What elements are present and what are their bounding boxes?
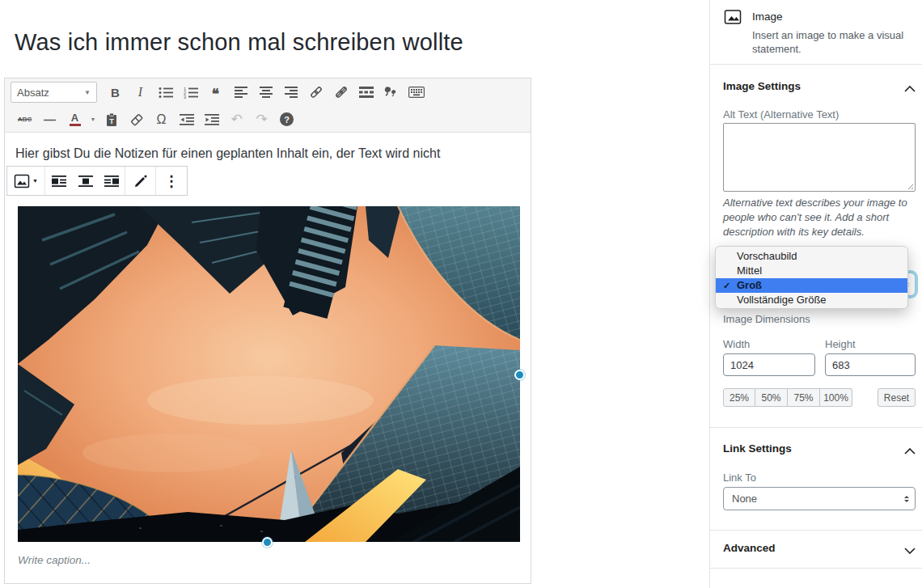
blockquote-button[interactable]: ❝: [203, 82, 228, 103]
toolbar-toggle-button[interactable]: [404, 82, 429, 103]
divider: [710, 568, 922, 569]
image-card-icon: [723, 7, 742, 29]
note-paragraph[interactable]: Hier gibst Du die Notizen für einen gepl…: [15, 146, 440, 161]
size-option-thumbnail[interactable]: Vorschaubild: [716, 249, 907, 264]
indent-button[interactable]: [199, 109, 224, 130]
bold-button[interactable]: B: [103, 82, 128, 103]
link-to-select[interactable]: None: [723, 487, 916, 510]
resize-handle-right[interactable]: [514, 370, 525, 380]
chevron-up-icon[interactable]: [904, 445, 916, 457]
align-right-button[interactable]: [278, 82, 303, 103]
caret-down-icon: ▼: [91, 116, 96, 122]
editor-column: Was ich immer schon mal schreiben wollte…: [0, 0, 709, 588]
divider: [710, 530, 922, 531]
caret-down-icon: ▼: [32, 178, 38, 184]
divider: [710, 64, 922, 65]
image-align-left-button[interactable]: [45, 167, 72, 195]
svg-text:3: 3: [184, 94, 186, 98]
image-block-photo[interactable]: [18, 206, 520, 542]
check-icon: ✓: [723, 278, 734, 293]
bulleted-list-button[interactable]: [153, 82, 178, 103]
block-type-button[interactable]: ▼: [7, 167, 45, 195]
quotation-marks-button[interactable]: [379, 82, 404, 103]
image-dimensions-label: Image Dimensions: [723, 313, 810, 325]
special-character-button[interactable]: Ω: [149, 109, 174, 130]
alt-text-label: Alt Text (Alternative Text): [723, 108, 839, 121]
image-settings-header[interactable]: Image Settings: [723, 80, 801, 92]
more-options-button[interactable]: ⋮: [156, 167, 187, 195]
alt-text-input[interactable]: [723, 123, 916, 192]
reset-button[interactable]: Reset: [878, 388, 916, 407]
horizontal-rule-button[interactable]: —: [37, 109, 62, 130]
read-more-button[interactable]: [353, 82, 379, 103]
chevron-down-icon[interactable]: [904, 544, 916, 556]
align-left-button[interactable]: [228, 82, 253, 103]
help-icon: ?: [280, 112, 294, 126]
image-align-right-button[interactable]: [99, 167, 125, 195]
toolbar-row-2: ABC — A ▼ T Ω: [5, 106, 531, 133]
chevron-up-icon[interactable]: [904, 82, 916, 95]
select-stepper-icon: [904, 496, 909, 502]
advanced-header[interactable]: Advanced: [723, 542, 776, 554]
help-button[interactable]: ?: [274, 109, 299, 130]
link-icon: [309, 85, 324, 99]
percent-100-button[interactable]: 100%: [820, 388, 852, 407]
paste-text-icon: T: [105, 112, 118, 127]
text-color-caret[interactable]: ▼: [87, 109, 99, 130]
align-right-icon: [285, 87, 298, 98]
unlink-button[interactable]: [328, 82, 353, 103]
italic-button[interactable]: I: [128, 82, 153, 103]
align-center-button[interactable]: [253, 82, 278, 103]
unlink-icon: [334, 85, 349, 99]
size-option-full[interactable]: Vollständige Größe: [716, 293, 907, 307]
edit-image-button[interactable]: [125, 167, 156, 195]
clear-formatting-button[interactable]: [124, 109, 149, 130]
alt-text-help: Alternative text describes your image to…: [723, 196, 917, 239]
read-more-icon: [359, 87, 374, 98]
link-button[interactable]: [303, 82, 328, 103]
align-left-icon: [235, 87, 247, 98]
undo-button[interactable]: ↶: [224, 109, 249, 130]
format-select[interactable]: Absatz ▼: [11, 82, 97, 103]
percent-75-button[interactable]: 75%: [788, 388, 820, 407]
classic-block-editor: Absatz ▼ B I 123 ❝: [4, 78, 531, 584]
resize-handle-bottom[interactable]: [262, 537, 273, 548]
outdent-button[interactable]: [174, 109, 199, 130]
strikethrough-button[interactable]: ABC: [12, 109, 37, 130]
image-align-center-button[interactable]: [72, 167, 99, 195]
keyboard-icon: [408, 87, 425, 98]
percent-25-button[interactable]: 25%: [723, 388, 755, 407]
link-settings-header[interactable]: Link Settings: [723, 442, 792, 455]
height-input[interactable]: [825, 353, 916, 376]
image-size-dropdown-menu: Vorschaubild Mittel ✓Groß Vollständige G…: [715, 246, 908, 309]
text-color-button[interactable]: A: [62, 109, 87, 130]
classic-toolbar: Absatz ▼ B I 123 ❝: [5, 78, 531, 133]
indent-icon: [205, 114, 219, 125]
size-option-medium[interactable]: Mittel: [716, 264, 907, 278]
toolbar-row-1: Absatz ▼ B I 123 ❝: [5, 78, 531, 106]
align-right-icon: [104, 176, 119, 187]
size-option-large-selected[interactable]: ✓Groß: [716, 278, 907, 293]
paste-as-text-button[interactable]: T: [99, 109, 124, 130]
caption-placeholder[interactable]: Write caption...: [18, 554, 91, 566]
link-to-label: Link To: [723, 472, 756, 484]
redo-button[interactable]: ↷: [249, 109, 274, 130]
numbered-list-button[interactable]: 123: [178, 82, 203, 103]
numbered-list-icon: 123: [184, 87, 198, 99]
block-card-title: Image: [752, 11, 783, 23]
skyscraper-sunset-photo: [18, 206, 520, 542]
block-settings-sidebar: Image Insert an image to make a visual s…: [709, 0, 922, 588]
quotation-marks-icon: [384, 85, 399, 99]
text-color-icon: A: [70, 113, 81, 126]
post-title[interactable]: Was ich immer schon mal schreiben wollte: [15, 29, 463, 56]
wordpress-editor-screen: Was ich immer schon mal schreiben wollte…: [0, 0, 922, 588]
link-to-value: None: [732, 493, 757, 505]
percent-50-button[interactable]: 50%: [755, 388, 788, 407]
pencil-icon: [133, 174, 148, 188]
divider: [710, 427, 922, 428]
width-input[interactable]: [723, 353, 815, 376]
caret-down-icon: ▼: [84, 89, 91, 96]
eraser-icon: [129, 113, 144, 126]
align-center-icon: [78, 176, 93, 187]
alt-text-field-wrap: [723, 123, 916, 192]
